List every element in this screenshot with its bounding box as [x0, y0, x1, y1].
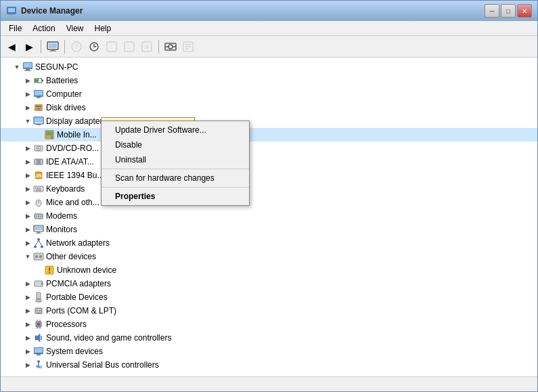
- tree-item-sound[interactable]: ▶ Sound, video and game controllers: [1, 331, 537, 345]
- menu-file[interactable]: File: [3, 22, 27, 35]
- toggle-batteries[interactable]: ▶: [22, 75, 33, 86]
- properties-toolbar-button[interactable]: [180, 39, 196, 55]
- svg-rect-98: [37, 366, 39, 367]
- menu-view[interactable]: View: [61, 22, 89, 35]
- toggle-processors[interactable]: ▶: [22, 319, 33, 330]
- tree-item-usb[interactable]: ▶ Universal Serial Bus controllers: [1, 358, 537, 372]
- rollback-button[interactable]: ↓: [121, 39, 137, 55]
- root-label: SEGUN-PC: [35, 62, 78, 72]
- ieee-label: IEEE 1394 Bu...: [46, 171, 104, 180]
- toggle-network[interactable]: ▶: [22, 238, 33, 248]
- computer-view-button[interactable]: [45, 39, 61, 55]
- svg-point-61: [38, 216, 39, 217]
- tree-item-ieee[interactable]: ▶ 1394 IEEE 1394 Bu...: [1, 169, 537, 182]
- tree-item-ports[interactable]: ▶ Ports (COM & LPT): [1, 304, 537, 318]
- toggle-keyboards[interactable]: ▶: [22, 183, 33, 194]
- toggle-ports[interactable]: ▶: [22, 305, 33, 316]
- svg-point-42: [51, 136, 53, 139]
- svg-point-99: [40, 366, 42, 368]
- svg-rect-53: [35, 188, 37, 189]
- toggle-computer[interactable]: ▶: [22, 89, 33, 100]
- toggle-modems[interactable]: ▶: [22, 211, 33, 221]
- svg-rect-6: [49, 51, 56, 51]
- svg-text:!: !: [48, 266, 51, 274]
- toggle-display[interactable]: ▼: [22, 116, 33, 127]
- toggle-system[interactable]: ▶: [22, 346, 33, 357]
- toggle-other[interactable]: ▼: [22, 251, 33, 262]
- toggle-monitors[interactable]: ▶: [22, 224, 33, 235]
- ctx-disable[interactable]: Disable: [102, 137, 249, 152]
- forward-button[interactable]: ▶: [21, 39, 37, 55]
- toggle-disk[interactable]: ▶: [22, 102, 33, 113]
- tree-item-batteries[interactable]: ▶ Batteries: [1, 74, 537, 87]
- menu-action[interactable]: Action: [27, 22, 60, 35]
- uninstall-toolbar-button[interactable]: ✕: [139, 39, 155, 55]
- unknown-icon: !: [44, 265, 55, 276]
- tree-item-computer[interactable]: ▶ Computer: [1, 87, 537, 101]
- dvd-icon: [33, 143, 44, 154]
- ports-icon: [33, 305, 44, 316]
- toggle-mice[interactable]: ▶: [22, 197, 33, 208]
- svg-rect-55: [39, 188, 41, 189]
- svg-rect-32: [35, 91, 43, 95]
- tree-item-unknown[interactable]: ▶ ! Unknown device: [1, 263, 537, 277]
- update-driver-toolbar-button[interactable]: ↑: [104, 39, 120, 55]
- tree-item-mice[interactable]: ▶ Mice and oth...: [1, 196, 537, 209]
- tree-item-ide[interactable]: ▶ IDE ATA/AT...: [1, 155, 537, 169]
- svg-point-62: [40, 216, 41, 217]
- tree-root[interactable]: ▼ SEGUN-PC: [1, 60, 537, 74]
- help-button[interactable]: ?: [68, 39, 85, 55]
- monitor-icon: [33, 224, 44, 235]
- computer2-icon: [33, 89, 44, 100]
- tree-item-other[interactable]: ▼ Other devices: [1, 250, 537, 263]
- ctx-update-driver[interactable]: Update Driver Software...: [102, 123, 249, 137]
- close-button[interactable]: ✕: [517, 4, 532, 18]
- toggle-root[interactable]: ▼: [12, 62, 22, 72]
- toggle-dvd[interactable]: ▶: [22, 143, 33, 154]
- svg-line-70: [35, 240, 39, 246]
- svg-rect-35: [36, 106, 41, 107]
- pcmcia-icon: [33, 278, 44, 289]
- tree-item-processors[interactable]: ▶ Processors: [1, 318, 537, 331]
- toggle-ide[interactable]: ▶: [22, 156, 33, 167]
- usb-icon: [33, 360, 44, 370]
- other-icon: [33, 251, 44, 262]
- toggle-usb[interactable]: ▶: [22, 360, 33, 370]
- tree-view[interactable]: ▼ SEGUN-PC ▶: [1, 58, 537, 376]
- svg-point-17: [169, 45, 173, 49]
- title-bar: Device Manager ─ □ ✕: [1, 1, 537, 21]
- tree-item-pcmcia[interactable]: ▶ PCMCIA adapters: [1, 277, 537, 290]
- scan-button[interactable]: [86, 39, 102, 55]
- maximize-button[interactable]: □: [501, 4, 516, 18]
- toggle-portable[interactable]: ▶: [22, 292, 33, 303]
- ctx-uninstall[interactable]: Uninstall: [102, 152, 249, 167]
- svg-point-83: [37, 310, 38, 311]
- tree-item-keyboards[interactable]: ▶ Keyboards: [1, 182, 537, 196]
- processor-icon: [33, 319, 44, 330]
- menu-help[interactable]: Help: [89, 22, 117, 35]
- toggle-pcmcia[interactable]: ▶: [22, 278, 33, 289]
- svg-rect-5: [51, 49, 55, 51]
- tree-item-portable[interactable]: ▶ Portable Devices: [1, 290, 537, 304]
- back-button[interactable]: ◀: [3, 39, 20, 55]
- svg-text:✕: ✕: [144, 43, 150, 51]
- toggle-sound[interactable]: ▶: [22, 332, 33, 343]
- tree-item-mobile-int[interactable]: ▶ Mobile In...: [1, 128, 537, 141]
- tree-item-dvd[interactable]: ▶ DVD/CD-RO...: [1, 141, 537, 155]
- svg-rect-1: [8, 8, 15, 12]
- tree-item-monitors[interactable]: ▶ Monitors: [1, 223, 537, 236]
- ctx-properties[interactable]: Properties: [102, 189, 249, 204]
- tree-item-modems[interactable]: ▶ Modems: [1, 209, 537, 223]
- svg-rect-25: [24, 63, 32, 68]
- minimize-button[interactable]: ─: [485, 4, 499, 18]
- scan-hardware-button[interactable]: [162, 39, 179, 55]
- svg-rect-69: [41, 246, 43, 248]
- tree-item-network[interactable]: ▶ Network adapters: [1, 236, 537, 250]
- svg-rect-65: [37, 232, 40, 233]
- tree-item-display[interactable]: ▼ Display adapters: [1, 114, 537, 128]
- toggle-ieee[interactable]: ▶: [22, 170, 33, 181]
- tree-item-disk[interactable]: ▶ Disk drives: [1, 101, 537, 114]
- ctx-scan[interactable]: Scan for hardware changes: [102, 171, 249, 186]
- device-manager-window: Device Manager ─ □ ✕ File Action View He…: [0, 0, 538, 392]
- tree-item-system[interactable]: ▶ System devices: [1, 345, 537, 358]
